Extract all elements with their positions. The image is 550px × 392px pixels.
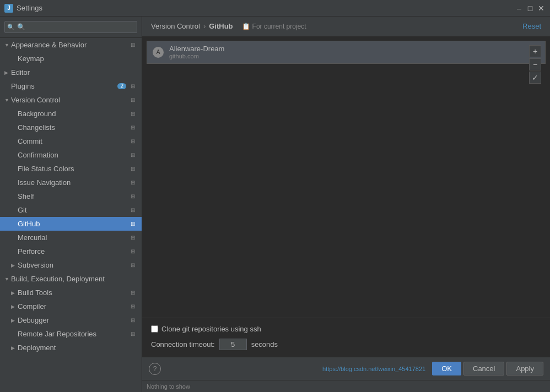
sidebar-item-label: Build Tools [18, 288, 128, 297]
clone-ssh-label[interactable]: Clone git repositories using ssh [161, 325, 261, 333]
cancel-button[interactable]: Cancel [463, 362, 504, 375]
account-url: github.com [169, 53, 224, 59]
minimize-button[interactable]: – [515, 4, 524, 13]
settings-icon: ⊞ [128, 206, 137, 215]
search-icon: 🔍 [7, 24, 15, 31]
sidebar-item-build-tools[interactable]: ▶ Build Tools ⊞ [0, 286, 142, 300]
search-box: 🔍 [0, 17, 142, 38]
sidebar-item-version-control[interactable]: ▼ Version Control ⊞ [0, 93, 142, 107]
search-input[interactable] [4, 21, 137, 33]
sidebar-item-label: Debugger [18, 316, 128, 324]
settings-icon: ⊞ [128, 247, 137, 256]
breadcrumb-parent: Version Control [151, 22, 200, 30]
sidebar-item-label: Git [18, 206, 128, 214]
account-list: A Alienware-Dream github.com [147, 41, 546, 64]
sidebar-item-confirmation[interactable]: ▶ Confirmation ⊞ [0, 148, 142, 162]
expand-arrow: ▼ [4, 276, 11, 282]
sidebar-item-appearance[interactable]: ▼ Appearance & Behavior ⊞ [0, 38, 142, 52]
sidebar-item-perforce[interactable]: ▶ Perforce ⊞ [0, 244, 142, 258]
sidebar-item-mercurial[interactable]: ▶ Mercurial ⊞ [0, 231, 142, 244]
expand-arrow: ▶ [11, 345, 18, 351]
account-list-controls: + − ✓ [529, 45, 541, 84]
verify-account-button[interactable]: ✓ [529, 72, 541, 84]
expand-arrow: ▼ [4, 42, 11, 48]
timeout-label: Connection timeout: [151, 340, 215, 349]
settings-icon: ⊞ [128, 316, 137, 325]
clone-ssh-checkbox[interactable] [151, 325, 158, 333]
sidebar-item-label: Plugins [11, 82, 117, 90]
expand-arrow: ▼ [4, 97, 11, 103]
sidebar-item-subversion[interactable]: ▶ Subversion ⊞ [0, 258, 142, 272]
sidebar-item-background[interactable]: ▶ Background ⊞ [0, 107, 142, 121]
sidebar-item-label: Build, Execution, Deployment [11, 275, 137, 283]
dialog-footer: ? https://blog.csdn.net/weixin_45417821 … [142, 357, 550, 380]
content-body: A Alienware-Dream github.com + − ✓ [142, 36, 550, 318]
sidebar-item-file-status-colors[interactable]: ▶ File Status Colors ⊞ [0, 162, 142, 176]
sidebar-item-label: Deployment [18, 344, 137, 352]
sidebar-item-remote-jar[interactable]: ▶ Remote Jar Repositories ⊞ [0, 327, 142, 341]
plugins-badge: 2 [117, 83, 126, 89]
sidebar-item-build-execution[interactable]: ▼ Build, Execution, Deployment [0, 272, 142, 286]
settings-icon: ⊞ [128, 330, 137, 339]
sidebar-item-label: Shelf [18, 192, 128, 200]
expand-arrow: ▶ [11, 318, 18, 323]
sidebar-item-shelf[interactable]: ▶ Shelf ⊞ [0, 189, 142, 203]
sidebar-item-editor[interactable]: ▶ Editor [0, 66, 142, 79]
sidebar-item-git[interactable]: ▶ Git ⊞ [0, 203, 142, 217]
maximize-button[interactable]: □ [526, 4, 535, 13]
for-project: 📋 For current project [242, 23, 306, 30]
settings-icon: ⊞ [128, 110, 137, 118]
sidebar-item-label: File Status Colors [18, 165, 128, 173]
add-account-button[interactable]: + [529, 45, 541, 57]
sidebar-item-label: Remote Jar Repositories [18, 330, 128, 338]
sidebar-item-label: Confirmation [18, 151, 128, 159]
settings-icon: ⊞ [128, 165, 137, 173]
app-icon: J [4, 4, 13, 13]
sidebar-item-label: Keymap [18, 55, 137, 63]
settings-icon: ⊞ [128, 123, 137, 132]
footer-url: https://blog.csdn.net/weixin_45417821 [322, 366, 425, 372]
sidebar-item-compiler[interactable]: ▶ Compiler ⊞ [0, 300, 142, 313]
expand-arrow: ▶ [11, 290, 18, 296]
clone-ssh-row: Clone git repositories using ssh [151, 325, 541, 333]
settings-icon: ⊞ [128, 151, 137, 160]
content-area: Version Control › GitHub 📋 For current p… [142, 17, 550, 392]
timeout-unit: seconds [251, 340, 278, 349]
content-header: Version Control › GitHub 📋 For current p… [142, 17, 550, 36]
apply-button[interactable]: Apply [506, 362, 543, 375]
sidebar-scroll: ▼ Appearance & Behavior ⊞ ▶ Keymap ▶ Edi… [0, 38, 142, 392]
account-info: Alienware-Dream github.com [169, 45, 224, 59]
sidebar-item-deployment[interactable]: ▶ Deployment [0, 341, 142, 355]
sidebar: 🔍 ▼ Appearance & Behavior ⊞ ▶ Keymap ▶ E… [0, 17, 142, 392]
breadcrumb: Version Control › GitHub [151, 22, 233, 30]
help-button[interactable]: ? [149, 363, 161, 375]
for-project-label: For current project [252, 23, 306, 30]
sidebar-item-github[interactable]: ▶ GitHub ⊞ [0, 217, 142, 231]
for-project-icon: 📋 [242, 23, 250, 30]
title-bar: J Settings – □ ✕ [0, 0, 550, 17]
avatar: A [153, 47, 164, 58]
sidebar-item-issue-navigation[interactable]: ▶ Issue Navigation ⊞ [0, 176, 142, 189]
settings-icon: ⊞ [128, 178, 137, 187]
content-footer-area: Clone git repositories using ssh Connect… [142, 318, 550, 357]
timeout-input[interactable] [219, 339, 247, 350]
sidebar-item-plugins[interactable]: ▶ Plugins 2 ⊞ [0, 79, 142, 93]
sidebar-item-label: Editor [11, 68, 137, 77]
ok-button[interactable]: OK [432, 362, 461, 375]
sidebar-item-debugger[interactable]: ▶ Debugger ⊞ [0, 313, 142, 327]
sidebar-item-commit[interactable]: ▶ Commit ⊞ [0, 134, 142, 148]
reset-button[interactable]: Reset [522, 22, 541, 30]
sidebar-item-keymap[interactable]: ▶ Keymap [0, 52, 142, 66]
settings-icon: ⊞ [128, 82, 137, 91]
close-button[interactable]: ✕ [537, 4, 546, 13]
account-item[interactable]: A Alienware-Dream github.com [147, 41, 545, 63]
settings-icon: ⊞ [128, 96, 137, 105]
expand-arrow: ▶ [11, 304, 18, 309]
sidebar-item-changelists[interactable]: ▶ Changelists ⊞ [0, 121, 142, 134]
sidebar-item-label: Perforce [18, 247, 128, 255]
sidebar-item-label: Subversion [18, 261, 128, 269]
status-bar: Nothing to show [142, 380, 550, 392]
remove-account-button[interactable]: − [529, 58, 541, 70]
sidebar-item-label: Compiler [18, 302, 128, 311]
expand-arrow: ▶ [4, 70, 11, 75]
